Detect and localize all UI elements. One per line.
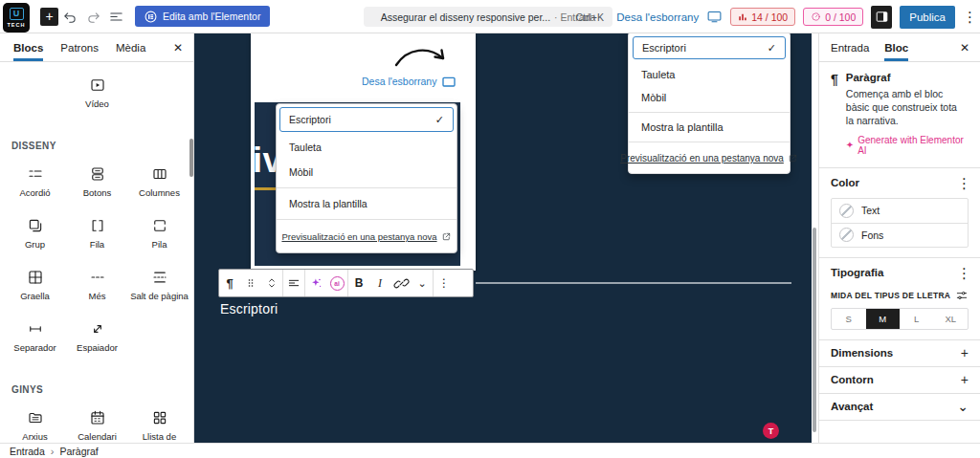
block-tile-pila[interactable]: Pila bbox=[128, 210, 190, 262]
sliders-icon[interactable] bbox=[955, 289, 969, 302]
generate-with-ai-link[interactable]: ✦ Generate with Elementor AI bbox=[846, 135, 969, 156]
block-tile-grup[interactable]: Grup bbox=[4, 210, 66, 262]
embedded-save-draft-label: Desa l'esborrany bbox=[362, 76, 436, 87]
block-tile-espaiador[interactable]: Espaiador bbox=[66, 314, 128, 365]
advanced-label: Avançat bbox=[831, 401, 873, 412]
calendar-icon bbox=[89, 409, 106, 426]
settings-tabs: Entrada Bloc ✕ bbox=[819, 33, 980, 62]
link-button[interactable] bbox=[390, 270, 412, 296]
tab-patrons[interactable]: Patrons bbox=[60, 33, 99, 61]
save-draft-button[interactable]: Desa l'esborrany bbox=[616, 11, 699, 23]
row-icon bbox=[89, 217, 106, 234]
block-tile-graella[interactable]: Graella bbox=[4, 262, 66, 314]
font-size-xl[interactable]: XL bbox=[934, 309, 969, 329]
font-size-l[interactable]: L bbox=[900, 309, 934, 329]
paragraph-block-button[interactable]: ¶ bbox=[219, 270, 240, 296]
block-tile-label: Calendari bbox=[78, 432, 117, 443]
typography-options-button[interactable]: ⋮ bbox=[957, 266, 969, 280]
menu-item-tauleta[interactable]: Tauleta bbox=[629, 63, 790, 86]
tab-blocs[interactable]: Blocs bbox=[13, 33, 43, 61]
menu-item-mobil[interactable]: Mòbil bbox=[629, 86, 790, 109]
border-panel[interactable]: Contorn + bbox=[819, 366, 980, 393]
text-color-control[interactable]: Text bbox=[832, 199, 968, 223]
italic-button[interactable]: I bbox=[369, 270, 390, 296]
seo-graph-icon bbox=[738, 12, 747, 22]
add-block-button[interactable]: + bbox=[40, 8, 58, 26]
stack-icon bbox=[151, 217, 168, 234]
seo-score-badge[interactable]: 14 / 100 bbox=[730, 8, 795, 26]
editor-canvas[interactable]: Desa l'esborrany iv Escriptori ✓ Tauleta… bbox=[194, 33, 812, 443]
block-tile-columnes[interactable]: Columnes bbox=[128, 159, 190, 210]
site-logo[interactable]: U TECH bbox=[3, 3, 30, 33]
block-tile-label: Acordió bbox=[19, 188, 50, 199]
readability-score-badge[interactable]: 0 / 100 bbox=[803, 8, 863, 26]
advanced-panel[interactable]: Avançat ⌄ bbox=[819, 393, 980, 420]
block-options-button[interactable]: ⋮ bbox=[434, 270, 455, 296]
separator-icon bbox=[27, 320, 44, 338]
font-size-m[interactable]: M bbox=[866, 309, 901, 329]
embedded-menu-item-mostra-plantilla[interactable]: Mostra la plantilla bbox=[277, 191, 457, 216]
breadcrumb-bar: Entrada › Paràgraf bbox=[0, 443, 980, 458]
publish-button[interactable]: Publica bbox=[900, 6, 955, 29]
menu-preview-new-tab[interactable]: Previsualització en una pestanya nova bbox=[629, 145, 790, 171]
tab-entrada[interactable]: Entrada bbox=[831, 33, 869, 61]
embedded-menu-preview-new-tab[interactable]: Previsualització en una pestanya nova bbox=[277, 223, 457, 251]
chevron-right-icon: › bbox=[51, 446, 55, 457]
block-tile-label: Pila bbox=[152, 240, 167, 251]
top-toolbar: U TECH + Edita amb l'Elementor Assegurar… bbox=[0, 0, 980, 33]
embedded-menu-item-escriptori[interactable]: Escriptori ✓ bbox=[279, 107, 454, 132]
settings-panel-toggle[interactable] bbox=[871, 6, 892, 29]
block-tile-llista-de-termes[interactable]: Llista de termes bbox=[128, 403, 190, 443]
close-settings-button[interactable]: ✕ bbox=[960, 33, 969, 61]
drag-handle[interactable] bbox=[240, 270, 261, 296]
edit-with-elementor-button[interactable]: Edita amb l'Elementor bbox=[135, 6, 270, 27]
embedded-menu-item-mobil[interactable]: Mòbil bbox=[277, 160, 457, 185]
block-tile-salt-de-pagina[interactable]: Salt de pàgina bbox=[128, 262, 190, 314]
menu-item-mostra-plantilla[interactable]: Mostra la plantilla bbox=[629, 116, 790, 139]
embedded-preview-icon bbox=[441, 75, 457, 90]
dimensions-panel[interactable]: Dimensions + bbox=[819, 339, 980, 366]
document-overview-button[interactable] bbox=[104, 5, 127, 28]
block-tile-separador[interactable]: Separador bbox=[4, 314, 66, 365]
embedded-menu-item-tauleta[interactable]: Tauleta bbox=[277, 135, 457, 160]
elementor-ai-button[interactable]: ai bbox=[326, 270, 347, 296]
term-list-icon bbox=[151, 409, 168, 426]
ai-sparkles-button[interactable] bbox=[305, 270, 326, 296]
font-size-control: S M L XL bbox=[831, 308, 969, 330]
preview-button[interactable] bbox=[706, 9, 723, 25]
redo-button[interactable] bbox=[81, 5, 104, 28]
group-icon bbox=[27, 217, 44, 234]
font-size-s[interactable]: S bbox=[832, 309, 866, 329]
menu-item-escriptori[interactable]: Escriptori ✓ bbox=[633, 36, 786, 59]
feedback-widget-badge[interactable]: T bbox=[763, 423, 779, 439]
readability-score-value: 0 / 100 bbox=[825, 11, 856, 23]
more-formats-button[interactable]: ⌄ bbox=[412, 270, 433, 296]
align-button[interactable] bbox=[283, 270, 304, 296]
block-tile-mes[interactable]: Més bbox=[66, 262, 128, 314]
sidebar-scrollbar[interactable] bbox=[189, 139, 193, 177]
block-tile-calendari[interactable]: Calendari bbox=[66, 403, 128, 443]
close-inserter-button[interactable]: ✕ bbox=[173, 33, 183, 61]
block-mover[interactable] bbox=[261, 270, 282, 296]
command-palette[interactable]: Assegurar el disseny responsive per... ·… bbox=[364, 7, 612, 27]
block-tile-fila[interactable]: Fila bbox=[66, 210, 128, 262]
color-options-button[interactable]: ⋮ bbox=[957, 176, 969, 190]
breadcrumb-entrada[interactable]: Entrada bbox=[10, 446, 45, 457]
undo-button[interactable] bbox=[58, 5, 81, 28]
bold-button[interactable]: B bbox=[348, 270, 369, 296]
block-tile-arxius[interactable]: Arxius bbox=[4, 403, 66, 443]
embedded-screenshot-image[interactable]: Desa l'esborrany iv Escriptori ✓ Tauleta… bbox=[251, 33, 476, 271]
options-menu-button[interactable]: ⋮ bbox=[963, 10, 974, 24]
block-tile-video[interactable]: Vídeo bbox=[66, 70, 128, 121]
tab-media[interactable]: Mèdia bbox=[116, 33, 145, 61]
breadcrumb-paragraf[interactable]: Paràgraf bbox=[59, 446, 98, 457]
annotation-arrow-icon bbox=[392, 44, 452, 71]
tab-bloc[interactable]: Bloc bbox=[884, 33, 908, 61]
block-tile-label: Llista de termes bbox=[128, 432, 190, 443]
separator-line bbox=[476, 282, 791, 284]
canvas-scrollbar[interactable] bbox=[813, 228, 816, 432]
block-tile-acordio[interactable]: Acordió bbox=[4, 159, 66, 210]
background-color-control[interactable]: Fons bbox=[832, 223, 968, 247]
block-tile-botons[interactable]: Botons bbox=[66, 159, 128, 210]
paragraph-block-text[interactable]: Escriptori bbox=[220, 301, 278, 316]
